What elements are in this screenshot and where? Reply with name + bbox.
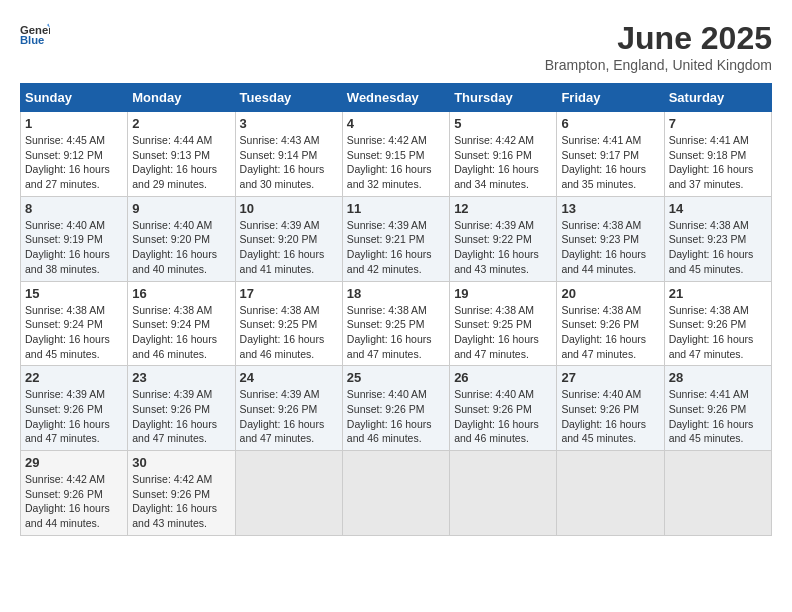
col-thursday: Thursday bbox=[450, 84, 557, 112]
day-number: 5 bbox=[454, 116, 552, 131]
table-row: 14Sunrise: 4:38 AM Sunset: 9:23 PM Dayli… bbox=[664, 196, 771, 281]
day-number: 1 bbox=[25, 116, 123, 131]
day-number: 27 bbox=[561, 370, 659, 385]
logo-icon: General Blue bbox=[20, 20, 50, 50]
table-row: 23Sunrise: 4:39 AM Sunset: 9:26 PM Dayli… bbox=[128, 366, 235, 451]
table-row: 20Sunrise: 4:38 AM Sunset: 9:26 PM Dayli… bbox=[557, 281, 664, 366]
day-info: Sunrise: 4:38 AM Sunset: 9:23 PM Dayligh… bbox=[561, 218, 659, 277]
day-number: 29 bbox=[25, 455, 123, 470]
day-info: Sunrise: 4:42 AM Sunset: 9:26 PM Dayligh… bbox=[25, 472, 123, 531]
day-number: 12 bbox=[454, 201, 552, 216]
day-info: Sunrise: 4:40 AM Sunset: 9:20 PM Dayligh… bbox=[132, 218, 230, 277]
day-number: 14 bbox=[669, 201, 767, 216]
col-monday: Monday bbox=[128, 84, 235, 112]
day-info: Sunrise: 4:41 AM Sunset: 9:17 PM Dayligh… bbox=[561, 133, 659, 192]
table-row: 5Sunrise: 4:42 AM Sunset: 9:16 PM Daylig… bbox=[450, 112, 557, 197]
table-row bbox=[557, 451, 664, 536]
table-row: 2Sunrise: 4:44 AM Sunset: 9:13 PM Daylig… bbox=[128, 112, 235, 197]
title-block: June 2025 Brampton, England, United King… bbox=[545, 20, 772, 73]
day-number: 2 bbox=[132, 116, 230, 131]
page-header: General Blue June 2025 Brampton, England… bbox=[20, 20, 772, 73]
day-number: 19 bbox=[454, 286, 552, 301]
day-number: 28 bbox=[669, 370, 767, 385]
day-info: Sunrise: 4:42 AM Sunset: 9:16 PM Dayligh… bbox=[454, 133, 552, 192]
day-info: Sunrise: 4:38 AM Sunset: 9:26 PM Dayligh… bbox=[561, 303, 659, 362]
day-info: Sunrise: 4:43 AM Sunset: 9:14 PM Dayligh… bbox=[240, 133, 338, 192]
day-info: Sunrise: 4:42 AM Sunset: 9:15 PM Dayligh… bbox=[347, 133, 445, 192]
svg-text:Blue: Blue bbox=[20, 34, 44, 46]
day-number: 11 bbox=[347, 201, 445, 216]
day-info: Sunrise: 4:38 AM Sunset: 9:26 PM Dayligh… bbox=[669, 303, 767, 362]
table-row: 11Sunrise: 4:39 AM Sunset: 9:21 PM Dayli… bbox=[342, 196, 449, 281]
day-number: 30 bbox=[132, 455, 230, 470]
day-info: Sunrise: 4:39 AM Sunset: 9:20 PM Dayligh… bbox=[240, 218, 338, 277]
col-wednesday: Wednesday bbox=[342, 84, 449, 112]
logo: General Blue bbox=[20, 20, 50, 50]
table-row: 18Sunrise: 4:38 AM Sunset: 9:25 PM Dayli… bbox=[342, 281, 449, 366]
day-number: 4 bbox=[347, 116, 445, 131]
day-info: Sunrise: 4:40 AM Sunset: 9:19 PM Dayligh… bbox=[25, 218, 123, 277]
day-info: Sunrise: 4:39 AM Sunset: 9:21 PM Dayligh… bbox=[347, 218, 445, 277]
day-number: 16 bbox=[132, 286, 230, 301]
table-row bbox=[235, 451, 342, 536]
day-info: Sunrise: 4:42 AM Sunset: 9:26 PM Dayligh… bbox=[132, 472, 230, 531]
table-row: 1Sunrise: 4:45 AM Sunset: 9:12 PM Daylig… bbox=[21, 112, 128, 197]
location: Brampton, England, United Kingdom bbox=[545, 57, 772, 73]
table-row: 27Sunrise: 4:40 AM Sunset: 9:26 PM Dayli… bbox=[557, 366, 664, 451]
day-info: Sunrise: 4:39 AM Sunset: 9:22 PM Dayligh… bbox=[454, 218, 552, 277]
day-info: Sunrise: 4:39 AM Sunset: 9:26 PM Dayligh… bbox=[240, 387, 338, 446]
table-row: 22Sunrise: 4:39 AM Sunset: 9:26 PM Dayli… bbox=[21, 366, 128, 451]
day-info: Sunrise: 4:38 AM Sunset: 9:25 PM Dayligh… bbox=[454, 303, 552, 362]
day-number: 7 bbox=[669, 116, 767, 131]
table-row: 29Sunrise: 4:42 AM Sunset: 9:26 PM Dayli… bbox=[21, 451, 128, 536]
day-number: 23 bbox=[132, 370, 230, 385]
table-row: 16Sunrise: 4:38 AM Sunset: 9:24 PM Dayli… bbox=[128, 281, 235, 366]
day-number: 13 bbox=[561, 201, 659, 216]
day-number: 15 bbox=[25, 286, 123, 301]
day-number: 26 bbox=[454, 370, 552, 385]
day-info: Sunrise: 4:45 AM Sunset: 9:12 PM Dayligh… bbox=[25, 133, 123, 192]
day-number: 20 bbox=[561, 286, 659, 301]
col-sunday: Sunday bbox=[21, 84, 128, 112]
day-info: Sunrise: 4:39 AM Sunset: 9:26 PM Dayligh… bbox=[25, 387, 123, 446]
calendar-table: Sunday Monday Tuesday Wednesday Thursday… bbox=[20, 83, 772, 536]
table-row: 7Sunrise: 4:41 AM Sunset: 9:18 PM Daylig… bbox=[664, 112, 771, 197]
table-row: 8Sunrise: 4:40 AM Sunset: 9:19 PM Daylig… bbox=[21, 196, 128, 281]
table-row: 25Sunrise: 4:40 AM Sunset: 9:26 PM Dayli… bbox=[342, 366, 449, 451]
day-info: Sunrise: 4:41 AM Sunset: 9:18 PM Dayligh… bbox=[669, 133, 767, 192]
table-row: 30Sunrise: 4:42 AM Sunset: 9:26 PM Dayli… bbox=[128, 451, 235, 536]
day-info: Sunrise: 4:40 AM Sunset: 9:26 PM Dayligh… bbox=[454, 387, 552, 446]
table-row bbox=[664, 451, 771, 536]
day-number: 9 bbox=[132, 201, 230, 216]
day-number: 17 bbox=[240, 286, 338, 301]
table-row: 4Sunrise: 4:42 AM Sunset: 9:15 PM Daylig… bbox=[342, 112, 449, 197]
col-tuesday: Tuesday bbox=[235, 84, 342, 112]
table-row: 13Sunrise: 4:38 AM Sunset: 9:23 PM Dayli… bbox=[557, 196, 664, 281]
day-number: 21 bbox=[669, 286, 767, 301]
day-number: 3 bbox=[240, 116, 338, 131]
table-row: 9Sunrise: 4:40 AM Sunset: 9:20 PM Daylig… bbox=[128, 196, 235, 281]
day-info: Sunrise: 4:38 AM Sunset: 9:24 PM Dayligh… bbox=[132, 303, 230, 362]
day-number: 8 bbox=[25, 201, 123, 216]
day-number: 18 bbox=[347, 286, 445, 301]
col-saturday: Saturday bbox=[664, 84, 771, 112]
table-row: 17Sunrise: 4:38 AM Sunset: 9:25 PM Dayli… bbox=[235, 281, 342, 366]
month-title: June 2025 bbox=[545, 20, 772, 57]
table-row: 26Sunrise: 4:40 AM Sunset: 9:26 PM Dayli… bbox=[450, 366, 557, 451]
day-info: Sunrise: 4:40 AM Sunset: 9:26 PM Dayligh… bbox=[561, 387, 659, 446]
table-row bbox=[450, 451, 557, 536]
table-row: 12Sunrise: 4:39 AM Sunset: 9:22 PM Dayli… bbox=[450, 196, 557, 281]
table-row: 15Sunrise: 4:38 AM Sunset: 9:24 PM Dayli… bbox=[21, 281, 128, 366]
day-info: Sunrise: 4:38 AM Sunset: 9:25 PM Dayligh… bbox=[240, 303, 338, 362]
day-number: 6 bbox=[561, 116, 659, 131]
table-row: 19Sunrise: 4:38 AM Sunset: 9:25 PM Dayli… bbox=[450, 281, 557, 366]
day-info: Sunrise: 4:38 AM Sunset: 9:23 PM Dayligh… bbox=[669, 218, 767, 277]
day-info: Sunrise: 4:38 AM Sunset: 9:25 PM Dayligh… bbox=[347, 303, 445, 362]
table-row: 21Sunrise: 4:38 AM Sunset: 9:26 PM Dayli… bbox=[664, 281, 771, 366]
table-row bbox=[342, 451, 449, 536]
day-number: 25 bbox=[347, 370, 445, 385]
table-row: 3Sunrise: 4:43 AM Sunset: 9:14 PM Daylig… bbox=[235, 112, 342, 197]
col-friday: Friday bbox=[557, 84, 664, 112]
day-info: Sunrise: 4:38 AM Sunset: 9:24 PM Dayligh… bbox=[25, 303, 123, 362]
day-number: 24 bbox=[240, 370, 338, 385]
